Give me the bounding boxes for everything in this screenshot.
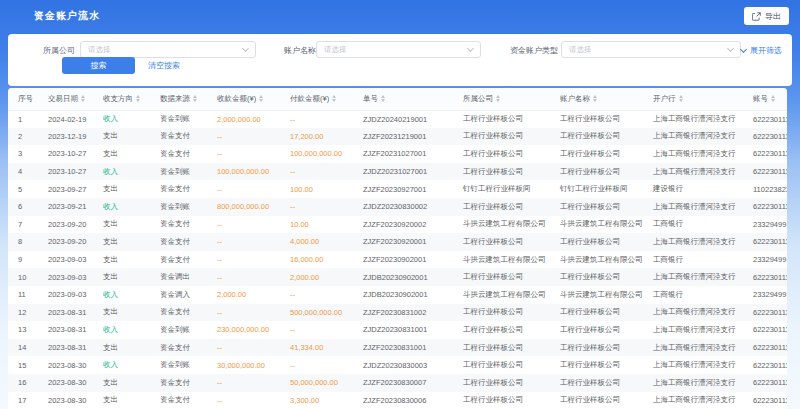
cell-order-no: ZJDZ20230831001 — [353, 321, 453, 339]
column-header-4[interactable]: 收款金额(¥) — [207, 88, 280, 110]
sort-icon[interactable] — [259, 95, 263, 102]
cell-source: 资金调入 — [150, 286, 207, 304]
sort-icon[interactable] — [381, 95, 385, 102]
cell-source: 资金到账 — [150, 356, 207, 374]
cell-account-name: 工程行业样板公司 — [550, 392, 643, 409]
company-select[interactable]: 请选择 — [80, 41, 256, 58]
cell-direction: 收入 — [93, 356, 150, 374]
cell-account-no: 23329499 — [743, 251, 787, 269]
cell-payment-amount: 16,000.00 — [280, 251, 353, 269]
column-header-5[interactable]: 付款金额(¥) — [280, 88, 353, 110]
cell-order-no: ZJDZ20230830003 — [353, 356, 453, 374]
cell-account-no: 622230111 — [743, 374, 787, 392]
top-bar: 资金账户流水 导出 — [0, 0, 800, 32]
export-icon — [752, 12, 761, 21]
table-row: 112023-09-03收入资金调入2,000.00--ZJDB20230902… — [8, 286, 787, 304]
filter-panel: 所属公司 请选择 账户名称 请选择 资金账户类型 请选择 展开筛选 搜索 清空搜… — [8, 34, 792, 86]
cell-order-no: ZJZF20231219001 — [353, 128, 453, 146]
table-header-row: 序号交易日期收支方向数据来源收款金额(¥)付款金额(¥)单号所属公司账户名称开户… — [8, 88, 787, 110]
cell-company: 工程行业样板公司 — [453, 339, 550, 357]
cell-company: 斗拱云建筑工程有限公司 — [453, 216, 550, 234]
cell-company: 斗拱云建筑工程有限公司 — [453, 251, 550, 269]
cell-account-no: 622230111 — [743, 233, 787, 251]
sort-icon[interactable] — [332, 95, 336, 102]
cell-date: 2023-09-03 — [38, 286, 93, 304]
cell-order-no: ZJZF20230831001 — [353, 339, 453, 357]
cell-direction: 支出 — [93, 233, 150, 251]
column-header-7[interactable]: 所属公司 — [453, 88, 550, 110]
cell-account-name: 工程行业样板公司 — [550, 233, 643, 251]
column-header-label: 所属公司 — [463, 94, 493, 103]
export-button[interactable]: 导出 — [744, 7, 789, 25]
cell-order-no: ZJZF20230830006 — [353, 392, 453, 409]
cell-account-no: 622230111 — [743, 339, 787, 357]
cell-payment-amount: 500,000,000.00 — [280, 304, 353, 322]
column-header-label: 交易日期 — [48, 94, 78, 103]
cell-date: 2023-08-30 — [38, 356, 93, 374]
table-row: 152023-08-30收入资金到账30,000,000.00--ZJDZ202… — [8, 356, 787, 374]
filter-label-company: 所属公司 — [43, 45, 75, 56]
cell-direction: 支出 — [93, 251, 150, 269]
cell-company: 工程行业样板公司 — [453, 268, 550, 286]
column-header-10[interactable]: 账号 — [743, 88, 787, 110]
cell-index: 5 — [8, 180, 38, 198]
cell-direction: 收入 — [93, 163, 150, 181]
cell-source: 资金支付 — [150, 304, 207, 322]
column-header-2[interactable]: 收支方向 — [93, 88, 150, 110]
cell-company: 工程行业样板公司 — [453, 145, 550, 163]
cell-account-no: 23329499 — [743, 286, 787, 304]
cell-payment-amount: 3,300.00 — [280, 392, 353, 409]
sort-icon[interactable] — [136, 95, 140, 102]
filter-label-account-name: 账户名称 — [284, 45, 316, 56]
sort-icon[interactable] — [679, 95, 683, 102]
table-row: 72023-09-20支出资金支付--10.00ZJZF20230920002斗… — [8, 216, 787, 234]
cell-order-no: ZJZF20230902001 — [353, 251, 453, 269]
cell-account-no: 622230111 — [743, 128, 787, 146]
cell-source: 资金支付 — [150, 180, 207, 198]
column-header-label: 付款金额(¥) — [290, 94, 329, 103]
account-type-select[interactable]: 请选择 — [561, 41, 741, 58]
cell-receipt-amount: -- — [207, 128, 280, 146]
account-name-select[interactable]: 请选择 — [316, 41, 481, 58]
cell-date: 2023-09-03 — [38, 268, 93, 286]
table-row: 122023-08-31支出资金支付--500,000,000.00ZJZF20… — [8, 304, 787, 322]
cell-date: 2023-09-27 — [38, 180, 93, 198]
column-header-6[interactable]: 单号 — [353, 88, 453, 110]
sort-icon[interactable] — [593, 95, 597, 102]
sort-icon[interactable] — [193, 95, 197, 102]
column-header-9[interactable]: 开户行 — [643, 88, 743, 110]
cell-account-name: 斗拱云建筑工程有限公司 — [550, 216, 643, 234]
cell-index: 14 — [8, 339, 38, 357]
cell-order-no: ZJZF20230831002 — [353, 304, 453, 322]
cell-source: 资金支付 — [150, 145, 207, 163]
cell-date: 2024-02-19 — [38, 110, 93, 128]
expand-filters-link[interactable]: 展开筛选 — [741, 45, 782, 56]
cell-source: 资金支付 — [150, 216, 207, 234]
cell-index: 2 — [8, 128, 38, 146]
table-row: 22023-12-19支出资金支付--17,200.00ZJZF20231219… — [8, 128, 787, 146]
sort-icon[interactable] — [496, 95, 500, 102]
cell-account-no: 622230111 — [743, 268, 787, 286]
cell-company: 工程行业样板公司 — [453, 110, 550, 128]
column-header-3[interactable]: 数据来源 — [150, 88, 207, 110]
cell-order-no: ZJDZ20231027001 — [353, 163, 453, 181]
cell-payment-amount: 41,334.00 — [280, 339, 353, 357]
cell-index: 1 — [8, 110, 38, 128]
sort-icon[interactable] — [81, 95, 85, 102]
cell-order-no: ZJZF20231027001 — [353, 145, 453, 163]
column-header-1[interactable]: 交易日期 — [38, 88, 93, 110]
cell-bank: 上海工商银行漕河泾支行 — [643, 374, 743, 392]
table-body: 12024-02-19收入资金到账2,000,000.00--ZJDZ20240… — [8, 110, 787, 409]
search-button[interactable]: 搜索 — [62, 57, 135, 74]
column-header-8[interactable]: 账户名称 — [550, 88, 643, 110]
table-row: 12024-02-19收入资金到账2,000,000.00--ZJDZ20240… — [8, 110, 787, 128]
cell-bank: 上海工商银行漕河泾支行 — [643, 163, 743, 181]
sort-icon[interactable] — [771, 95, 775, 102]
cell-company: 工程行业样板公司 — [453, 233, 550, 251]
cell-account-name: 工程行业样板公司 — [550, 145, 643, 163]
cell-account-name: 工程行业样板公司 — [550, 321, 643, 339]
cell-receipt-amount: -- — [207, 145, 280, 163]
clear-search-button[interactable]: 清空搜索 — [148, 57, 180, 74]
cell-date: 2023-09-20 — [38, 233, 93, 251]
cell-payment-amount: 10.00 — [280, 216, 353, 234]
